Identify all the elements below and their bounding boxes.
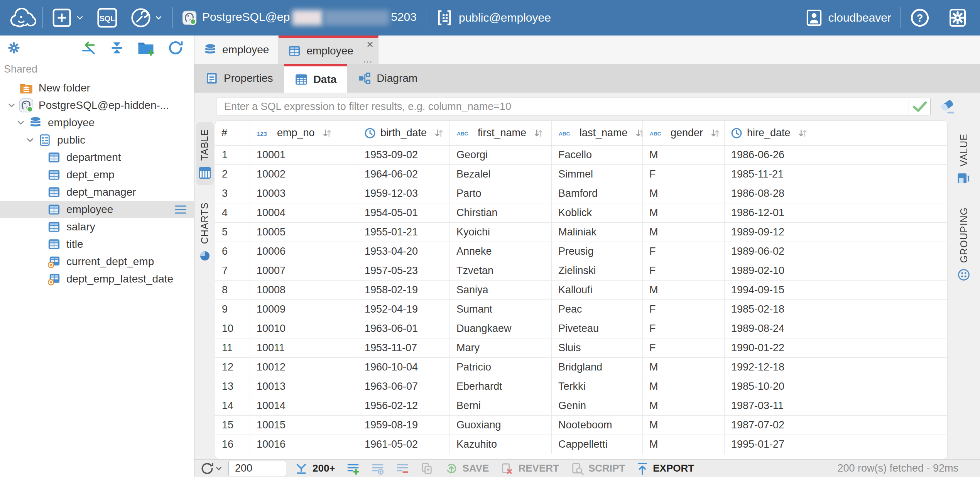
data-cell[interactable]: 1985-10-20 xyxy=(725,377,815,396)
schema-selector[interactable]: public@employee xyxy=(429,9,557,27)
column-header-hire_date[interactable]: hire_date xyxy=(725,121,815,145)
navigator-settings-gear-icon[interactable] xyxy=(6,40,22,56)
sort-arrows-icon[interactable] xyxy=(533,128,544,139)
data-cell[interactable]: 10012 xyxy=(250,358,358,377)
tab-data[interactable]: Data xyxy=(284,64,348,93)
data-cell[interactable]: Georgi xyxy=(450,145,552,164)
tree-item-new-folder[interactable]: New folder xyxy=(0,79,194,96)
data-cell[interactable]: F xyxy=(643,300,725,319)
data-cell[interactable]: Terkki xyxy=(552,377,643,396)
connection-selector[interactable]: PostgreSQL@ep5203 xyxy=(176,10,423,25)
data-cell[interactable]: 1985-02-18 xyxy=(725,300,815,319)
tab-employee-table[interactable]: employee × … xyxy=(279,36,378,64)
data-cell[interactable]: Parto xyxy=(450,184,552,203)
data-cell[interactable]: Zielinski xyxy=(552,261,643,280)
data-cell[interactable]: M xyxy=(643,145,725,164)
data-cell[interactable]: 1986-06-26 xyxy=(725,145,815,164)
tab-properties[interactable]: Properties xyxy=(194,64,284,93)
data-cell[interactable]: 1958-02-19 xyxy=(358,281,450,299)
tab-diagram[interactable]: Diagram xyxy=(347,64,428,93)
data-cell[interactable]: Kalloufi xyxy=(552,281,643,299)
data-cell[interactable]: 1953-09-02 xyxy=(358,145,450,164)
data-cell[interactable]: Duangkaew xyxy=(450,319,552,338)
data-cell[interactable]: M xyxy=(643,223,725,242)
data-cell[interactable]: 1960-10-04 xyxy=(358,358,450,377)
data-cell[interactable]: M xyxy=(643,377,725,396)
data-cell[interactable]: M xyxy=(643,358,725,377)
sort-arrows-icon[interactable] xyxy=(710,128,721,139)
data-cell[interactable]: 1963-06-07 xyxy=(358,377,450,396)
collapse-all-icon[interactable] xyxy=(109,40,125,56)
data-cell[interactable]: F xyxy=(643,319,725,338)
sort-arrows-icon[interactable] xyxy=(322,128,333,139)
data-cell[interactable]: 10014 xyxy=(250,396,358,415)
data-cell[interactable]: 10002 xyxy=(250,165,358,184)
tree-item-current-dept-emp[interactable]: current_dept_emp xyxy=(0,253,194,270)
data-cell[interactable]: Mary xyxy=(450,338,552,357)
apply-filter-button[interactable] xyxy=(909,98,930,115)
column-header-first_name[interactable]: ABCfirst_name xyxy=(450,121,552,145)
data-cell[interactable]: 10009 xyxy=(250,300,358,319)
data-cell[interactable]: 1959-08-19 xyxy=(358,416,450,435)
chevron-down-icon[interactable] xyxy=(24,135,36,145)
data-cell[interactable]: Genin xyxy=(552,396,643,415)
data-cell[interactable]: 10001 xyxy=(250,145,358,164)
help-button[interactable]: ? xyxy=(904,0,936,36)
column-header-last_name[interactable]: ABClast_name xyxy=(552,121,643,145)
data-cell[interactable]: Kazuhito xyxy=(450,435,552,454)
data-cell[interactable]: Nooteboom xyxy=(552,416,643,435)
data-cell[interactable]: M xyxy=(643,396,725,415)
link-with-editor-icon[interactable] xyxy=(80,40,97,56)
data-cell[interactable]: 10016 xyxy=(250,435,358,454)
item-menu-hamburger-icon[interactable] xyxy=(173,204,188,215)
data-cell[interactable]: F xyxy=(643,261,725,280)
tree-item-dept-manager[interactable]: dept_manager xyxy=(0,183,194,201)
save-button[interactable]: SAVE xyxy=(445,462,489,475)
export-button[interactable]: EXPORT xyxy=(637,462,694,475)
data-cell[interactable]: Sluis xyxy=(552,338,643,357)
data-cell[interactable]: Cappelletti xyxy=(552,435,643,454)
fetch-more-button[interactable]: 200+ xyxy=(295,462,335,475)
data-cell[interactable]: Anneke xyxy=(450,242,552,261)
data-cell[interactable]: 10007 xyxy=(250,261,358,280)
data-cell[interactable]: 10003 xyxy=(250,184,358,203)
data-cell[interactable]: Chirstian xyxy=(450,203,552,222)
sql-filter-input[interactable] xyxy=(216,98,909,115)
data-cell[interactable]: M xyxy=(643,281,725,299)
data-cell[interactable]: 1955-01-21 xyxy=(358,223,450,242)
sql-editor-button[interactable]: SQL xyxy=(91,0,124,36)
data-cell[interactable]: Piveteau xyxy=(552,319,643,338)
user-menu[interactable]: cloudbeaver xyxy=(799,9,897,27)
data-cell[interactable]: F xyxy=(643,242,725,261)
data-cell[interactable]: Berni xyxy=(450,396,552,415)
data-cell[interactable]: Simmel xyxy=(552,165,643,184)
delete-row-icon[interactable] xyxy=(395,462,409,475)
column-header-gender[interactable]: ABCgender xyxy=(643,121,725,145)
tree-item-public[interactable]: public xyxy=(0,131,194,149)
data-cell[interactable]: 1964-06-02 xyxy=(358,165,450,184)
data-cell[interactable]: 1986-08-28 xyxy=(725,184,815,203)
driver-manager-button[interactable] xyxy=(124,0,169,36)
sort-arrows-icon[interactable] xyxy=(798,128,808,139)
chevron-down-icon[interactable] xyxy=(215,464,223,473)
tab-employee-database[interactable]: employee xyxy=(194,36,279,64)
tab-more-icon[interactable]: … xyxy=(363,54,373,64)
data-cell[interactable]: 1989-06-02 xyxy=(725,242,815,261)
data-cell[interactable]: 1986-12-01 xyxy=(725,203,815,222)
data-cell[interactable]: Eberhardt xyxy=(450,377,552,396)
data-cell[interactable]: 1987-07-02 xyxy=(725,416,815,435)
data-cell[interactable]: 1989-08-24 xyxy=(725,319,815,338)
data-cell[interactable]: Bamford xyxy=(552,184,643,203)
tree-item-title[interactable]: title xyxy=(0,235,194,253)
data-cell[interactable]: M xyxy=(643,203,725,222)
clear-filter-eraser-icon[interactable] xyxy=(939,98,955,115)
chevron-down-icon[interactable] xyxy=(5,100,18,110)
add-folder-icon[interactable] xyxy=(137,40,155,56)
add-row-icon[interactable] xyxy=(346,462,360,475)
data-cell[interactable]: Patricio xyxy=(450,358,552,377)
data-cell[interactable]: 1989-09-12 xyxy=(725,223,815,242)
data-cell[interactable]: Maliniak xyxy=(552,223,643,242)
data-cell[interactable]: Kyoichi xyxy=(450,223,552,242)
sort-arrows-icon[interactable] xyxy=(434,128,444,139)
data-cell[interactable]: 10015 xyxy=(250,416,358,435)
